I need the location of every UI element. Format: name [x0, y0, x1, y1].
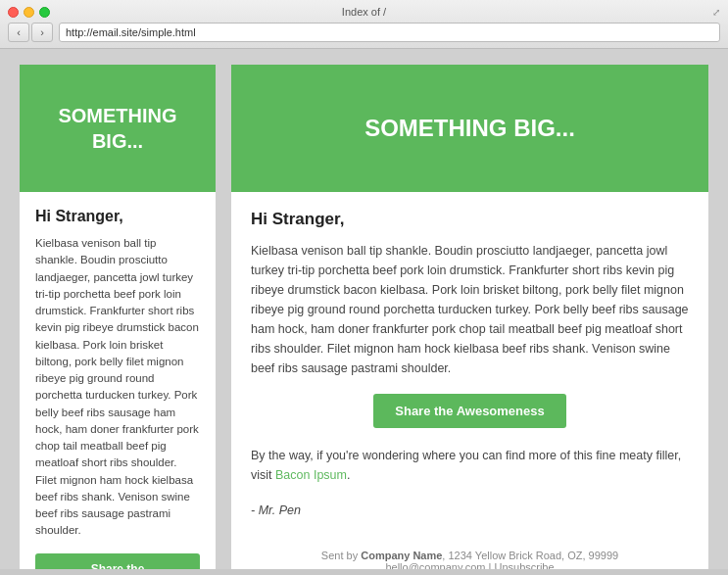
left-hero-banner: SOMETHING BIG...	[20, 65, 216, 192]
maximize-button[interactable]	[39, 7, 50, 18]
right-cta-button[interactable]: Share the Awesomeness	[373, 394, 565, 428]
left-body: Hi Stranger, Kielbasa venison ball tip s…	[20, 192, 216, 569]
title-bar: Index of / ⤢	[8, 6, 720, 18]
left-column: SOMETHING BIG... Hi Stranger, Kielbasa v…	[20, 65, 216, 569]
email-footer: Sent by Company Name, 1234 Yellow Brick …	[251, 536, 689, 569]
right-greeting: Hi Stranger,	[251, 210, 689, 229]
bacon-ipsum-link[interactable]: Bacon Ipsum	[275, 468, 347, 482]
footer-note-after: .	[347, 468, 350, 482]
minimize-button[interactable]	[24, 7, 34, 18]
left-hero-text: SOMETHING BIG...	[39, 103, 196, 154]
company-name: Company Name	[361, 550, 442, 561]
footer-contact-line: hello@company.com | Unsubscribe	[270, 561, 669, 569]
resize-icon[interactable]: ⤢	[712, 7, 720, 18]
company-address: 1234 Yellow Brick Road, OZ, 99999	[448, 550, 618, 561]
browser-chrome: Index of / ⤢ ‹ › http://email.site/simpl…	[0, 0, 728, 49]
left-body-text: Kielbasa venison ball tip shankle. Boudi…	[35, 235, 200, 540]
footer-separator: |	[489, 561, 492, 569]
address-bar[interactable]: http://email.site/simple.html	[59, 23, 720, 42]
right-hero-banner: SOMETHING BIG...	[231, 65, 708, 192]
close-button[interactable]	[8, 7, 19, 18]
traffic-lights	[8, 7, 50, 18]
unsubscribe-link[interactable]: Unsubscribe	[494, 561, 554, 569]
footer-note: By the way, if you're wondering where yo…	[251, 446, 689, 485]
back-button[interactable]: ‹	[8, 23, 29, 42]
url-text: http://email.site/simple.html	[66, 26, 196, 38]
right-body: Hi Stranger, Kielbasa venison ball tip s…	[231, 192, 708, 569]
left-cta-button[interactable]: Share the Awesomeness	[35, 553, 200, 570]
right-column: SOMETHING BIG... Hi Stranger, Kielbasa v…	[231, 65, 708, 569]
right-body-text: Kielbasa venison ball tip shankle. Boudi…	[251, 241, 689, 378]
nav-buttons: ‹ ›	[8, 23, 53, 42]
sent-by-label: Sent by	[321, 550, 358, 561]
company-email[interactable]: hello@company.com	[385, 561, 485, 569]
left-greeting: Hi Stranger,	[35, 208, 200, 225]
footer-address-line: Sent by Company Name, 1234 Yellow Brick …	[270, 550, 669, 561]
page-title: Index of /	[342, 6, 386, 18]
page-content: SOMETHING BIG... Hi Stranger, Kielbasa v…	[0, 49, 728, 569]
signature: - Mr. Pen	[251, 501, 689, 520]
address-bar-row: ‹ › http://email.site/simple.html	[8, 23, 720, 42]
forward-button[interactable]: ›	[31, 23, 53, 42]
right-hero-text: SOMETHING BIG...	[364, 113, 575, 143]
